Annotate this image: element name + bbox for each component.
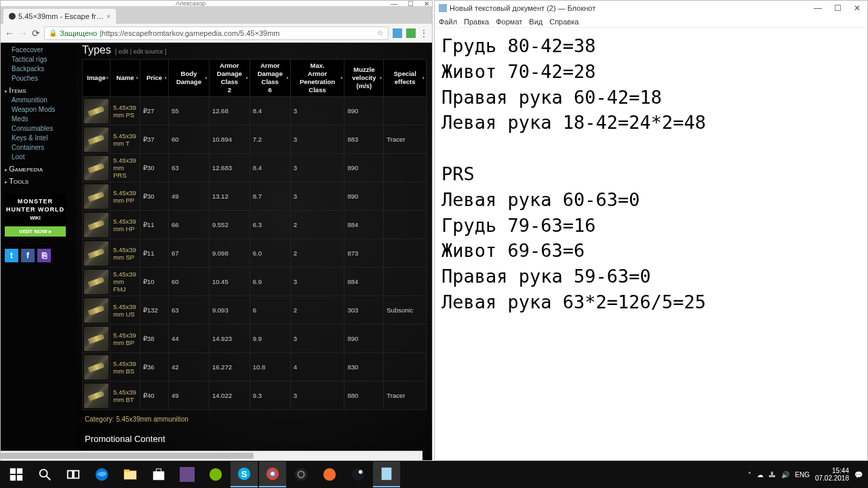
ad-cta[interactable]: VISIT NOW ▸	[5, 226, 66, 237]
sidebar-section-gamepedia[interactable]: Gamepedia	[5, 162, 73, 174]
table-row: 5.45x39 mm BT₽404914.0229.33880Tracer	[83, 382, 427, 410]
ammo-name-cell[interactable]: 5.45x39 mm US	[111, 296, 140, 325]
menu-icon[interactable]: ⋮	[420, 28, 428, 38]
column-header[interactable]: Image♦	[83, 60, 111, 97]
tray-chevron-up-icon[interactable]: ˄	[748, 471, 751, 479]
steam-icon[interactable]	[344, 462, 372, 487]
reload-button[interactable]: ⟳	[32, 28, 40, 39]
notepad-text-area[interactable]: Грудь 80-42=38 Живот 70-42=28 Правая рук…	[435, 28, 867, 460]
sidebar-link[interactable]: Facecover	[5, 45, 73, 55]
ammo-name-cell[interactable]: 5.45x39 mm SP	[111, 239, 140, 268]
tray-notifications-icon[interactable]: 💬	[854, 471, 863, 479]
ammo-name-cell[interactable]: 5.45x39 mm PS	[111, 97, 140, 125]
ammo-image-cell[interactable]	[83, 325, 111, 353]
back-button[interactable]: ←	[5, 28, 14, 39]
ammo-name-cell[interactable]: 5.45x39 mm BT	[111, 382, 140, 410]
origin-icon[interactable]	[316, 462, 343, 487]
tray-onedrive-icon[interactable]: ☁	[757, 471, 764, 479]
column-header[interactable]: Specialeffects♦	[384, 60, 427, 97]
obs-icon[interactable]	[288, 462, 315, 487]
ammo-name-cell[interactable]: 5.45x39 mm PP	[111, 182, 140, 211]
price-cell: ₽11	[140, 239, 169, 268]
search-icon[interactable]	[31, 462, 58, 487]
category-link[interactable]: Category: 5.45x39mm ammunition	[82, 410, 427, 428]
notepad-menu-item[interactable]: Файл	[439, 18, 457, 26]
forward-button[interactable]: →	[18, 28, 28, 39]
notepad-minimize-icon[interactable]: —	[811, 3, 825, 13]
edit-source-link[interactable]: [ edit | edit source ]	[115, 48, 167, 55]
ext-icon-1[interactable]	[393, 28, 402, 38]
store-icon[interactable]	[145, 462, 172, 487]
column-header[interactable]: Price♦	[140, 60, 169, 97]
ammo-name-cell[interactable]: 5.45x39 mm T	[111, 125, 140, 154]
column-header[interactable]: Muzzlevelocity(m/s)♦	[344, 60, 384, 97]
notepad-menu-item[interactable]: Формат	[496, 18, 522, 26]
sidebar-link[interactable]: Containers	[5, 143, 73, 152]
notepad-menu-item[interactable]: Справка	[549, 18, 578, 26]
sidebar-link[interactable]: Pouches	[5, 74, 73, 83]
address-bar[interactable]: 🔒 Защищено | https://escapefromtarkov.ga…	[44, 26, 389, 40]
sidebar-link[interactable]: Ammunition	[5, 96, 73, 105]
sidebar-link[interactable]: Meds	[5, 115, 73, 124]
sidebar-link[interactable]: Weapon Mods	[5, 105, 73, 115]
notepad-menu-item[interactable]: Вид	[529, 18, 542, 26]
ammo-image-cell[interactable]	[83, 125, 111, 154]
notepad-menu-item[interactable]: Правка	[464, 18, 489, 26]
ammo-name-cell[interactable]: 5.45x39 mm BS	[111, 353, 140, 382]
svg-rect-13	[153, 471, 165, 480]
ext-icon-2[interactable]	[406, 28, 416, 38]
mv-cell: 883	[344, 125, 384, 154]
notepad-taskbar-icon[interactable]	[373, 462, 400, 487]
horizontal-scrollbar[interactable]	[1, 451, 422, 460]
ammo-image-cell[interactable]	[83, 353, 111, 382]
ammo-image-cell[interactable]	[83, 97, 111, 125]
column-header[interactable]: ArmorDamageClass6♦	[250, 60, 290, 97]
facebook-icon[interactable]: f	[21, 249, 35, 262]
twitch-icon[interactable]: ⎘	[37, 249, 51, 262]
skype-icon[interactable]: S	[231, 462, 258, 487]
ammo-name-cell[interactable]: 5.45x39 mm FMJ	[111, 268, 140, 296]
sidebar-section-items[interactable]: Items	[5, 83, 73, 96]
notepad-maximize-icon[interactable]: ☐	[831, 3, 844, 13]
sidebar-ad[interactable]: MONSTER HUNTER WORLDWIKI VISIT NOW ▸	[5, 193, 66, 237]
column-header[interactable]: Max.ArmorPenetrationClass♦	[290, 60, 344, 97]
ammo-image-cell[interactable]	[83, 239, 111, 268]
sidebar-link[interactable]: Loot	[5, 152, 73, 162]
taskview-icon[interactable]	[60, 462, 87, 487]
sidebar-link[interactable]: Keys & Intel	[5, 134, 73, 143]
utorrent-icon[interactable]	[202, 462, 229, 487]
wwise-icon[interactable]	[174, 462, 201, 487]
chrome-icon[interactable]	[259, 462, 286, 487]
notepad-close-icon[interactable]: ✕	[851, 3, 863, 13]
sidebar-link[interactable]: Tactical rigs	[5, 55, 73, 64]
ammo-image-cell[interactable]	[83, 268, 111, 296]
ammo-name-cell[interactable]: 5.45x39 mm PRS	[111, 154, 140, 182]
tray-volume-icon[interactable]: 🔊	[781, 471, 789, 479]
table-row: 5.45x39 mm SP₽11679.0986.02873	[83, 239, 427, 268]
tray-network-icon[interactable]: 🖧	[769, 471, 776, 479]
price-cell: ₽27	[140, 97, 169, 125]
tray-lang[interactable]: ENG	[795, 471, 810, 479]
start-button[interactable]	[3, 462, 30, 487]
ammo-image-cell[interactable]	[83, 382, 111, 410]
explorer-icon[interactable]	[117, 462, 144, 487]
ammo-image-cell[interactable]	[83, 154, 111, 182]
ammo-image-cell[interactable]	[83, 182, 111, 211]
ammo-name-cell[interactable]: 5.45x39 mm HP	[111, 211, 140, 239]
star-icon[interactable]: ☆	[377, 28, 384, 37]
twitter-icon[interactable]: t	[5, 249, 18, 262]
ammo-image-cell[interactable]	[83, 296, 111, 325]
sidebar-section-tools[interactable]: Tools	[5, 174, 73, 186]
tab-close-icon[interactable]: ×	[106, 12, 111, 20]
ammo-name-cell[interactable]: 5.45x39 mm BP	[111, 325, 140, 353]
edge-icon[interactable]	[88, 462, 115, 487]
ammo-image-cell[interactable]	[83, 211, 111, 239]
addr-extensions: ⋮	[393, 28, 428, 38]
tray-clock[interactable]: 15:44 07.02.2018	[815, 467, 849, 482]
sidebar-link[interactable]: Backpacks	[5, 64, 73, 74]
active-tab[interactable]: 5.45×39mm - Escape fr… ×	[3, 9, 116, 24]
column-header[interactable]: BodyDamage♦	[169, 60, 210, 97]
column-header[interactable]: Name♦	[111, 60, 140, 97]
column-header[interactable]: ArmorDamageClass2♦	[209, 60, 250, 97]
sidebar-link[interactable]: Consumables	[5, 124, 73, 134]
